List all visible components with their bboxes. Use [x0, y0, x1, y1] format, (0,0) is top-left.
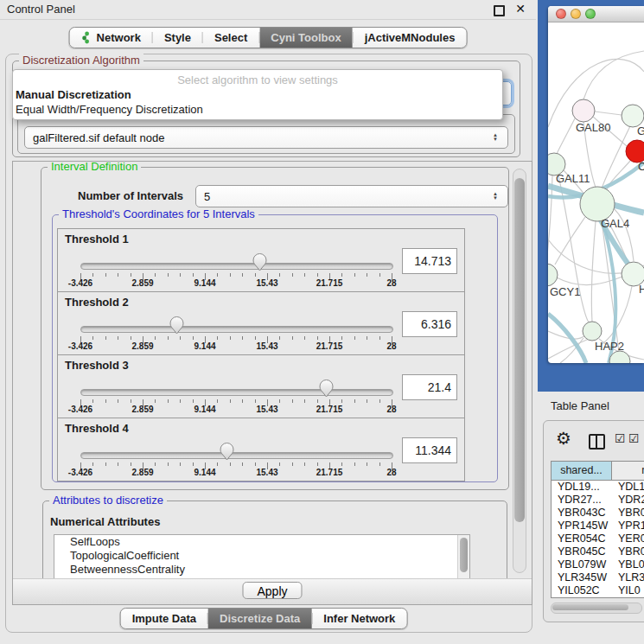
- slider-thumb[interactable]: [169, 316, 184, 335]
- column-header-shared-name[interactable]: shared...: [552, 462, 612, 480]
- attribute-item-betweennesscentrality[interactable]: BetweennessCentrality: [54, 563, 469, 577]
- close-icon[interactable]: ✕: [515, 2, 526, 16]
- minor-tick: [341, 336, 342, 340]
- cell-name[interactable]: YDR2: [612, 494, 644, 507]
- tab-jactivemnodules[interactable]: jActiveMNodules: [354, 28, 467, 48]
- cell-name[interactable]: YPR1: [612, 520, 644, 532]
- cell-name[interactable]: YBR0: [612, 545, 644, 558]
- table-row[interactable]: YBL079WYBL0: [552, 558, 644, 571]
- minor-tick: [242, 462, 243, 466]
- tick-label: 28: [366, 341, 418, 351]
- apply-button[interactable]: Apply: [242, 582, 302, 599]
- control-panel-titlebar: Control Panel ✕: [0, 0, 536, 20]
- network-node-hap2[interactable]: [583, 322, 602, 341]
- tab-network[interactable]: Network: [70, 28, 152, 48]
- cell-shared-name[interactable]: YBR045C: [552, 545, 612, 558]
- minor-tick: [317, 273, 318, 277]
- threshold-value-field[interactable]: 6.316: [402, 311, 457, 337]
- bottom-tab-bar: Impute DataDiscretize DataInfer Network: [120, 608, 408, 629]
- minor-tick: [168, 462, 169, 466]
- threshold-panel-3: Threshold 3-3.4262.8599.14415.4321.71528…: [57, 354, 465, 418]
- gear-icon[interactable]: ⚙: [556, 428, 571, 449]
- cell-shared-name[interactable]: YLR345W: [552, 571, 612, 584]
- tab-label: Discretize Data: [220, 612, 300, 625]
- cell-shared-name[interactable]: YPR145W: [552, 520, 612, 532]
- close-traffic-light-icon[interactable]: [556, 9, 566, 19]
- attribute-item-topologicalcoefficient[interactable]: TopologicalCoefficient: [54, 549, 469, 563]
- cell-name[interactable]: YBR0: [612, 507, 644, 520]
- network-node-gal80[interactable]: [572, 99, 595, 122]
- table-row[interactable]: YBR045CYBR0: [552, 545, 644, 558]
- slider-thumb[interactable]: [319, 379, 334, 398]
- cell-shared-name[interactable]: YDL19...: [552, 481, 612, 494]
- float-window-icon[interactable]: [494, 5, 505, 16]
- threshold-value-field[interactable]: 11.344: [402, 437, 457, 463]
- minor-tick: [292, 336, 293, 340]
- attribute-item-selfloops[interactable]: SelfLoops: [54, 535, 469, 549]
- cell-shared-name[interactable]: YBL079W: [552, 558, 612, 571]
- table-row[interactable]: YIL052CYIL0: [552, 584, 644, 597]
- tab-infer-network[interactable]: Infer Network: [312, 609, 406, 628]
- checkbox-icon[interactable]: ☑: [615, 431, 626, 445]
- table-data-dropdown[interactable]: galFiltered.sif default node ▲▼: [24, 126, 508, 149]
- threshold-value-field[interactable]: 14.713: [402, 248, 457, 274]
- popup-option-equal-width-frequency[interactable]: Equal Width/Frequency Discretization: [16, 102, 500, 118]
- network-edge: [595, 112, 622, 115]
- table-row[interactable]: YER054CYER0: [552, 532, 644, 545]
- cell-shared-name[interactable]: YDR27...: [552, 494, 612, 507]
- cell-shared-name[interactable]: YBR043C: [552, 507, 612, 520]
- panel-scrollbar[interactable]: [513, 169, 526, 573]
- table-row[interactable]: YDR27...YDR2: [552, 494, 644, 507]
- network-node-gal4[interactable]: [580, 187, 615, 221]
- slider-thumb[interactable]: [220, 443, 234, 461]
- slider-thumb[interactable]: [252, 253, 267, 271]
- network-node-label: GAL11: [556, 172, 590, 185]
- network-node-gcy1[interactable]: [548, 264, 558, 286]
- minor-tick: [304, 462, 305, 466]
- table-row[interactable]: YPR145WYPR1: [552, 520, 644, 532]
- slider-track[interactable]: [80, 452, 393, 459]
- hscrollbar-thumb[interactable]: [552, 604, 628, 610]
- slider-track[interactable]: [80, 263, 393, 270]
- popup-option-manual-discretization[interactable]: Manual Discretization: [16, 87, 500, 103]
- discretization-settings-panel: Interval Definition Number of Intervals …: [12, 161, 532, 605]
- minor-tick: [292, 462, 293, 466]
- table-horizontal-scrollbar[interactable]: [551, 603, 642, 614]
- minor-tick: [367, 273, 367, 277]
- cell-name[interactable]: YER0: [612, 532, 644, 545]
- minor-tick: [379, 273, 380, 277]
- tab-impute-data[interactable]: Impute Data: [121, 609, 207, 628]
- threshold-value-field[interactable]: 21.4: [402, 374, 457, 400]
- network-window-titlebar: [548, 6, 644, 22]
- list-scrollbar-thumb[interactable]: [460, 538, 468, 572]
- cell-name[interactable]: YBL0: [612, 558, 644, 571]
- minor-tick: [92, 462, 93, 466]
- tick-label: -3.426: [54, 405, 106, 414]
- slider-track[interactable]: [80, 389, 393, 396]
- cell-name[interactable]: YIL0: [612, 584, 644, 597]
- table-row[interactable]: YDL19...YDL1: [552, 481, 644, 494]
- zoom-traffic-light-icon[interactable]: [585, 9, 596, 19]
- tab-cyni-toolbox[interactable]: Cyni Toolbox: [259, 28, 352, 48]
- table-row[interactable]: YBR043CYBR0: [552, 507, 644, 520]
- columns-icon[interactable]: [589, 434, 605, 450]
- minor-tick: [92, 336, 93, 340]
- minimize-traffic-light-icon[interactable]: [571, 9, 581, 19]
- network-canvas[interactable]: GAL80GACGAL11GAL4GCY1HHAP2: [548, 22, 644, 363]
- tab-style[interactable]: Style: [153, 28, 202, 48]
- tab-select[interactable]: Select: [203, 28, 258, 48]
- column-header-name[interactable]: name: [612, 462, 644, 480]
- list-scrollbar[interactable]: [457, 535, 469, 580]
- cell-name[interactable]: YDL1: [612, 481, 644, 494]
- tab-discretize-data[interactable]: Discretize Data: [208, 609, 311, 628]
- cell-shared-name[interactable]: YIL052C: [552, 584, 612, 597]
- table-row[interactable]: YLR345WYLR3: [552, 571, 644, 584]
- checkbox-icon[interactable]: ☑: [628, 431, 640, 445]
- panel-scrollbar-thumb[interactable]: [514, 178, 525, 522]
- slider-track[interactable]: [80, 326, 393, 333]
- number-of-intervals-spinner[interactable]: 5 ▲▼: [195, 185, 508, 207]
- cell-name[interactable]: YLR3: [612, 571, 644, 584]
- minor-tick: [193, 399, 194, 403]
- numerical-attributes-list[interactable]: SelfLoopsTopologicalCoefficientBetweenne…: [54, 534, 470, 581]
- cell-shared-name[interactable]: YER054C: [552, 532, 612, 545]
